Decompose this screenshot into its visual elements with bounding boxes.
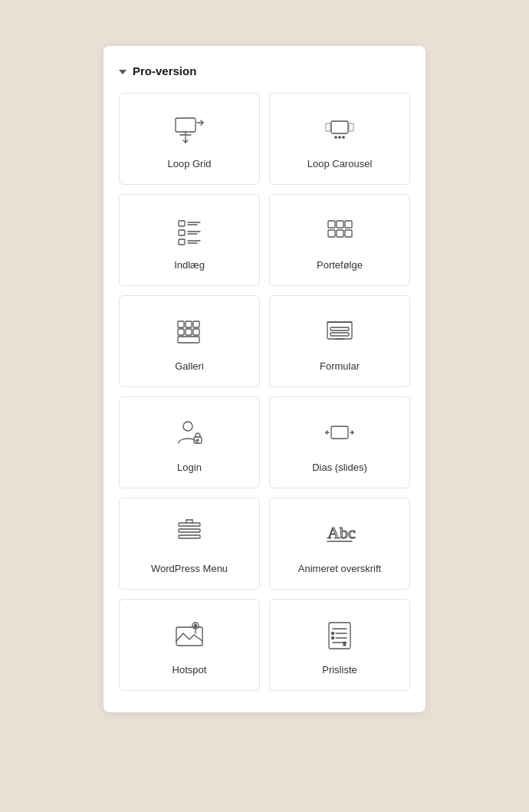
gallery-icon: [172, 314, 206, 351]
loop-carousel-label: Loop Carousel: [307, 158, 373, 171]
svg-point-38: [183, 422, 192, 431]
svg-rect-45: [179, 535, 200, 538]
grid-item-hotspot[interactable]: Hotspot: [119, 599, 260, 691]
svg-point-54: [195, 624, 197, 626]
svg-rect-31: [193, 329, 199, 335]
svg-rect-41: [331, 426, 348, 439]
svg-rect-0: [176, 118, 196, 132]
price-list-icon: $: [323, 618, 356, 655]
svg-rect-26: [178, 321, 184, 327]
grid-item-formular[interactable]: Formular: [269, 295, 410, 387]
svg-rect-24: [337, 230, 343, 237]
grid-item-login[interactable]: Login: [119, 396, 260, 488]
posts-icon: [172, 213, 206, 250]
portefoelge-label: Portefølge: [317, 259, 363, 272]
loop-carousel-icon: [323, 112, 356, 149]
svg-rect-36: [330, 333, 349, 336]
svg-rect-29: [178, 329, 184, 335]
dias-label: Dias (slides): [312, 462, 367, 475]
svg-rect-14: [179, 230, 185, 235]
animeret-overskrift-label: Animeret overskrift: [298, 563, 381, 576]
svg-rect-23: [328, 230, 335, 237]
galleri-label: Galleri: [175, 360, 204, 373]
grid-item-galleri[interactable]: Galleri: [119, 295, 260, 387]
svg-rect-43: [179, 523, 200, 526]
grid-item-dias[interactable]: Dias (slides): [269, 396, 410, 488]
svg-rect-25: [345, 230, 352, 237]
svg-point-9: [339, 136, 340, 137]
login-icon: [172, 416, 206, 452]
indlaeg-label: Indlæg: [174, 259, 205, 272]
svg-rect-35: [330, 327, 349, 330]
chevron-down-icon: [119, 70, 127, 74]
svg-point-10: [343, 136, 344, 137]
wordpress-menu-label: WordPress Menu: [151, 563, 228, 576]
animated-heading-icon: Abc: [323, 517, 356, 554]
svg-point-8: [335, 136, 337, 137]
svg-point-59: [332, 636, 334, 639]
svg-rect-32: [178, 337, 199, 343]
grid-item-wordpress-menu[interactable]: WordPress Menu: [119, 498, 260, 590]
svg-rect-5: [331, 121, 348, 133]
svg-point-57: [332, 632, 334, 634]
loop-grid-label: Loop Grid: [167, 158, 211, 171]
slides-icon: [323, 416, 356, 452]
panel-header: Pro-version: [119, 64, 410, 77]
form-icon: [323, 314, 356, 351]
formular-label: Formular: [320, 360, 360, 373]
login-label: Login: [177, 462, 202, 475]
svg-rect-27: [186, 321, 192, 327]
svg-point-40: [197, 439, 199, 441]
hotspot-icon: [172, 618, 206, 655]
svg-text:$: $: [343, 640, 347, 647]
svg-rect-21: [337, 221, 343, 228]
prisliste-label: Prisliste: [322, 664, 357, 677]
svg-rect-11: [179, 221, 185, 226]
svg-rect-30: [186, 329, 192, 335]
grid-item-loop-grid[interactable]: Loop Grid: [119, 93, 260, 185]
svg-rect-6: [326, 123, 330, 131]
svg-rect-7: [349, 123, 353, 131]
grid-item-portefoelge[interactable]: Portefølge: [269, 194, 410, 286]
svg-rect-28: [193, 321, 199, 327]
loop-grid-icon: [172, 112, 206, 149]
svg-rect-44: [179, 529, 200, 532]
hotspot-label: Hotspot: [172, 664, 207, 677]
items-grid: Loop Grid Loop Carousel: [119, 93, 410, 691]
grid-item-animeret-overskrift[interactable]: Abc Animeret overskrift: [269, 498, 410, 590]
svg-rect-20: [328, 221, 335, 228]
grid-item-loop-carousel[interactable]: Loop Carousel: [269, 93, 410, 185]
panel-title: Pro-version: [133, 64, 196, 77]
wp-menu-icon: [172, 517, 206, 554]
svg-rect-17: [179, 239, 185, 245]
grid-item-indlaeg[interactable]: Indlæg: [119, 194, 260, 286]
portfolio-icon: [323, 213, 356, 250]
grid-item-prisliste[interactable]: $ Prisliste: [269, 599, 410, 691]
pro-version-panel: Pro-version Loop Grid: [104, 46, 426, 712]
svg-text:Abc: Abc: [327, 523, 356, 542]
svg-rect-22: [345, 221, 352, 228]
svg-rect-55: [329, 623, 350, 649]
